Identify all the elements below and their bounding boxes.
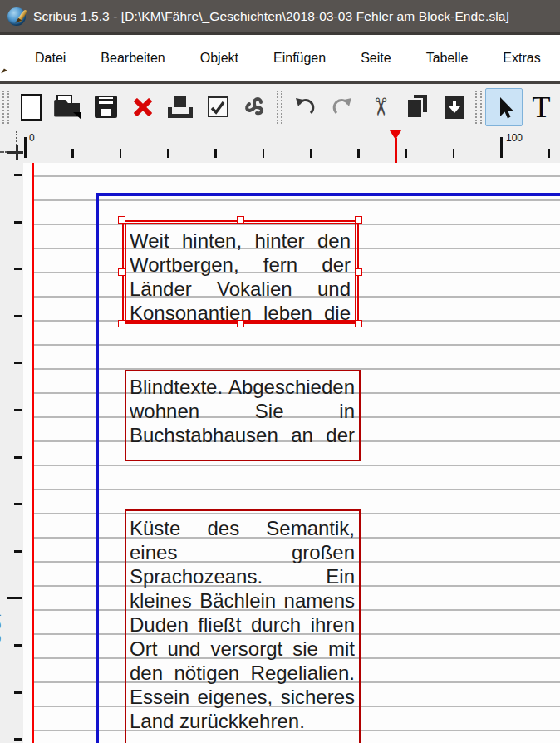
redo-icon xyxy=(331,96,354,119)
selection-handle[interactable] xyxy=(237,320,244,327)
vertical-ruler[interactable]: 100 xyxy=(0,163,23,743)
copy-icon xyxy=(405,95,428,119)
ruler-tick xyxy=(548,149,550,158)
selection-handle[interactable] xyxy=(355,216,362,224)
text-line: den nötigen Regelialien. xyxy=(130,661,355,685)
ruler-tick xyxy=(120,149,122,158)
undo-button[interactable] xyxy=(286,88,323,126)
scribus-window: Scribus 1.5.3 - [D:\KM\Fähre\_Geschichte… xyxy=(0,0,560,743)
page-margin-horizontal xyxy=(96,193,560,196)
text-line: Weit hinten, hinter den xyxy=(130,229,351,253)
ruler-tick xyxy=(71,149,74,158)
ruler-tick xyxy=(500,137,503,158)
ruler-tick xyxy=(214,149,217,158)
menu-item[interactable]: Objekt xyxy=(183,45,256,71)
ruler-tick xyxy=(14,315,22,317)
import-button[interactable] xyxy=(162,88,199,126)
selection-handle[interactable] xyxy=(237,216,244,224)
save-icon xyxy=(95,96,117,118)
ruler-tick xyxy=(167,149,169,158)
text-frame-3[interactable]: Küste des Semantik,eines großenSprachoze… xyxy=(125,509,361,743)
menu-item[interactable]: Bearbeiten xyxy=(83,45,182,71)
text-line: Wortbergen, fern der xyxy=(130,253,351,277)
h-ruler-label-0: 0 xyxy=(29,132,35,144)
undo-icon xyxy=(293,96,317,119)
ruler-tick xyxy=(7,597,22,599)
text-line: eines großen xyxy=(130,540,355,564)
text-line: Küste des Semantik, xyxy=(130,516,355,540)
save-button[interactable] xyxy=(87,88,125,126)
text-line: wohnen Sie in xyxy=(130,399,355,423)
document-canvas[interactable]: Weit hinten, hinter denWortbergen, fern … xyxy=(23,163,560,743)
close-icon xyxy=(132,96,154,118)
menu-item[interactable]: Einfügen xyxy=(256,45,343,71)
text-frame-1[interactable]: Weit hinten, hinter denWortbergen, fern … xyxy=(122,220,359,324)
main-toolbar: ✂ T xyxy=(0,81,560,130)
ruler-tick xyxy=(453,149,455,158)
ruler-tick xyxy=(263,149,265,158)
close-button[interactable] xyxy=(125,88,162,126)
ruler-tick xyxy=(14,268,22,270)
import-icon xyxy=(168,96,193,118)
menu-bar: DateiBearbeitenObjektEinfügenSeiteTabell… xyxy=(0,35,560,81)
toolbar-drag-handle[interactable] xyxy=(2,91,9,124)
pdf-export-button[interactable] xyxy=(237,88,274,126)
v-ruler-label-100-digit: 0 xyxy=(0,619,7,632)
new-document-icon xyxy=(21,94,42,121)
ruler-tick xyxy=(14,644,22,647)
title-bar[interactable]: Scribus 1.5.3 - [D:\KM\Fähre\_Geschichte… xyxy=(0,0,560,32)
ruler-tick xyxy=(14,550,22,553)
selection-handle[interactable] xyxy=(118,320,125,327)
text-frame-2[interactable]: Blindtexte. Abgeschiedenwohnen Sie inBuc… xyxy=(125,370,361,461)
select-item-tool-button[interactable] xyxy=(485,88,523,126)
cut-button[interactable]: ✂ xyxy=(361,88,398,126)
selection-handle[interactable] xyxy=(118,216,125,224)
window-title: Scribus 1.5.3 - [D:\KM\Fähre\_Geschichte… xyxy=(33,9,509,24)
page-margin-vertical xyxy=(96,193,99,743)
baseline-grid-line xyxy=(32,489,560,490)
menu-item[interactable]: Seite xyxy=(343,45,408,71)
text-line: Duden fließt durch ihren xyxy=(130,613,355,637)
cut-icon: ✂ xyxy=(367,96,391,116)
baseline-grid-line xyxy=(32,175,560,177)
insert-text-frame-button[interactable]: T xyxy=(523,88,560,126)
menu-item[interactable]: Tabelle xyxy=(409,45,486,71)
baseline-grid-line xyxy=(32,465,560,466)
ruler-tick xyxy=(14,691,22,694)
text-line: kleines Bächlein namens xyxy=(130,588,355,613)
redo-button[interactable] xyxy=(323,88,361,126)
selection-handle[interactable] xyxy=(355,268,362,276)
ruler-origin-widget[interactable] xyxy=(0,130,23,163)
ruler-tick xyxy=(405,149,407,158)
text-line: Ort und versorgt sie mit xyxy=(130,637,355,661)
selection-handle[interactable] xyxy=(355,320,362,327)
text-line: Buchstabhausen an der xyxy=(130,423,355,447)
text-frame-2-text: Blindtexte. Abgeschiedenwohnen Sie inBuc… xyxy=(130,375,355,447)
paste-button[interactable] xyxy=(435,88,473,126)
copy-button[interactable] xyxy=(398,88,435,126)
ruler-tick xyxy=(24,137,27,158)
menu-item[interactable]: Extras xyxy=(485,45,558,71)
pdf-export-icon xyxy=(243,95,268,120)
ruler-tick xyxy=(14,362,22,364)
text-frame-tool-icon: T xyxy=(533,92,551,122)
vertical-guide[interactable] xyxy=(32,163,34,743)
paste-icon xyxy=(445,96,464,119)
open-document-button[interactable] xyxy=(50,88,87,126)
ruler-tick xyxy=(14,503,22,505)
preflight-verifier-icon xyxy=(208,96,228,117)
menu-items: DateiBearbeitenObjektEinfügenSeiteTabell… xyxy=(17,45,560,71)
text-line: Essein eigenes, sicheres xyxy=(130,685,355,709)
preflight-verifier-button[interactable] xyxy=(199,88,237,126)
ruler-tick xyxy=(310,149,312,158)
selection-handle[interactable] xyxy=(118,268,125,276)
menu-item[interactable]: Datei xyxy=(17,45,83,71)
toolbar-drag-handle[interactable] xyxy=(277,91,283,124)
toolbar-drag-handle[interactable] xyxy=(475,91,482,124)
ruler-tick xyxy=(14,221,22,224)
text-line: Sprachozeans. Ein xyxy=(130,564,355,588)
cursor-position-marker-stem xyxy=(395,138,397,163)
horizontal-ruler[interactable]: 0 100 xyxy=(23,130,560,163)
new-document-button[interactable] xyxy=(12,88,50,126)
text-frame-1-text: Weit hinten, hinter denWortbergen, fern … xyxy=(130,229,351,325)
